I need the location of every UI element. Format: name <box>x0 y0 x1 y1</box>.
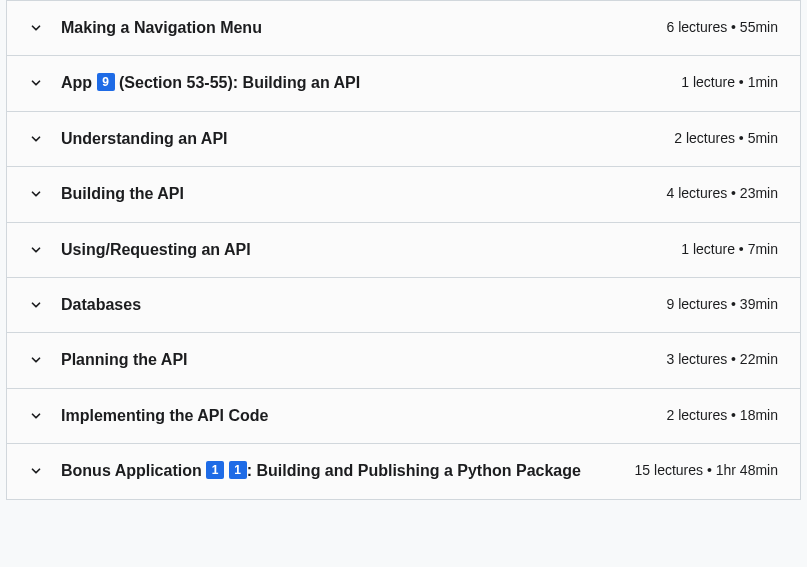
section-meta: 4 lectures • 23min <box>666 185 778 201</box>
section-title: Using/Requesting an API <box>61 239 681 261</box>
section-row[interactable]: Using/Requesting an API1 lecture • 7min <box>6 222 801 277</box>
chevron-down-icon <box>29 409 43 423</box>
section-row[interactable]: Databases9 lectures • 39min <box>6 277 801 332</box>
section-meta: 6 lectures • 55min <box>666 19 778 35</box>
section-meta: 15 lectures • 1hr 48min <box>635 462 778 478</box>
section-title: Implementing the API Code <box>61 405 666 427</box>
section-meta: 3 lectures • 22min <box>666 351 778 367</box>
number-badge: 1 <box>206 461 224 479</box>
section-title: Building the API <box>61 183 666 205</box>
section-meta: 9 lectures • 39min <box>666 296 778 312</box>
section-meta: 1 lecture • 1min <box>681 74 778 90</box>
section-meta: 2 lectures • 5min <box>674 130 778 146</box>
chevron-down-icon <box>29 187 43 201</box>
section-row[interactable]: App 9 (Section 53-55): Building an API1 … <box>6 55 801 110</box>
section-row[interactable]: Implementing the API Code2 lectures • 18… <box>6 388 801 443</box>
section-title: Making a Navigation Menu <box>61 17 666 39</box>
section-meta: 2 lectures • 18min <box>666 407 778 423</box>
section-title: Bonus Application 1 1: Building and Publ… <box>61 460 635 482</box>
chevron-down-icon <box>29 243 43 257</box>
course-sections-accordion: Making a Navigation Menu6 lectures • 55m… <box>6 0 801 500</box>
section-title: Databases <box>61 294 666 316</box>
section-row[interactable]: Building the API4 lectures • 23min <box>6 166 801 221</box>
chevron-down-icon <box>29 76 43 90</box>
number-badge: 9 <box>97 73 115 91</box>
chevron-down-icon <box>29 132 43 146</box>
section-title: App 9 (Section 53-55): Building an API <box>61 72 681 94</box>
section-meta: 1 lecture • 7min <box>681 241 778 257</box>
chevron-down-icon <box>29 464 43 478</box>
section-row[interactable]: Bonus Application 1 1: Building and Publ… <box>6 443 801 499</box>
section-title: Planning the API <box>61 349 666 371</box>
chevron-down-icon <box>29 298 43 312</box>
section-row[interactable]: Planning the API3 lectures • 22min <box>6 332 801 387</box>
chevron-down-icon <box>29 21 43 35</box>
chevron-down-icon <box>29 353 43 367</box>
section-row[interactable]: Understanding an API2 lectures • 5min <box>6 111 801 166</box>
number-badge: 1 <box>229 461 247 479</box>
section-row[interactable]: Making a Navigation Menu6 lectures • 55m… <box>6 0 801 55</box>
section-title: Understanding an API <box>61 128 674 150</box>
